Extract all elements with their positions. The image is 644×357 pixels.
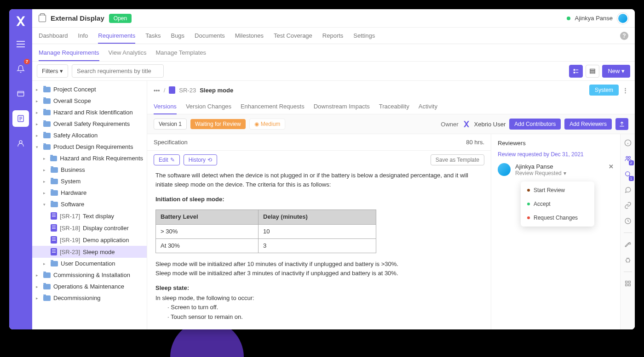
tree-folder-row[interactable]: ▸Operations & Maintenance — [32, 281, 147, 292]
rail-people-icon[interactable] — [12, 135, 29, 152]
tab-settings[interactable]: Settings — [353, 28, 375, 43]
subtab-manage-templates[interactable]: Manage Templates — [155, 45, 206, 60]
chevron-icon[interactable]: ▸ — [36, 122, 40, 126]
subtab-view-analytics[interactable]: View Analytics — [109, 45, 147, 60]
tab-info[interactable]: Info — [78, 28, 88, 43]
chevron-icon[interactable]: ▸ — [43, 168, 48, 172]
tree-doc-row[interactable]: [SR-23]Sleep mode — [32, 246, 147, 258]
dtab-versions[interactable]: Versions — [154, 99, 177, 114]
tree-folder-row[interactable]: ▸Safety Allocation — [32, 130, 147, 141]
tab-documents[interactable]: Documents — [195, 28, 225, 43]
edit-button[interactable]: Edit ✎ — [154, 154, 180, 165]
remove-reviewer-icon[interactable]: ✕ — [609, 163, 614, 170]
save-template-button[interactable]: Save as Template — [431, 154, 484, 165]
view-tree-icon[interactable] — [569, 65, 583, 78]
review-status-chip[interactable]: Waiting for Review — [190, 119, 246, 129]
tree-folder-row[interactable]: ▸Business — [32, 164, 147, 176]
chevron-icon[interactable]: ▾ — [36, 145, 40, 149]
people-rail-icon[interactable]: 2 — [624, 154, 632, 163]
tree-folder-row[interactable]: ▸User Documentation — [32, 258, 147, 269]
project-icon — [39, 15, 46, 22]
grid-rail-icon[interactable] — [624, 279, 632, 288]
topbar: External Display Open Ajinkya Panse — [32, 9, 635, 28]
tab-tasks[interactable]: Tasks — [145, 28, 161, 43]
user-avatar[interactable] — [617, 13, 628, 24]
tree-folder-row[interactable]: ▸System — [32, 176, 147, 187]
rail-menu-icon[interactable] — [12, 36, 29, 52]
tree-doc-row[interactable]: [SR-17]Text display — [32, 210, 147, 222]
dtab-traceability[interactable]: Traceability — [379, 99, 409, 114]
wrench-rail-icon[interactable] — [624, 240, 632, 249]
comment-rail-icon[interactable] — [624, 186, 632, 194]
tab-reports[interactable]: Reports — [322, 28, 344, 43]
chevron-icon[interactable]: ▸ — [43, 261, 48, 266]
search-rail-icon[interactable]: 1 — [624, 170, 632, 178]
svg-point-11 — [625, 172, 629, 176]
link-rail-icon[interactable] — [624, 201, 632, 210]
menu-start-review[interactable]: Start Review — [521, 183, 594, 197]
tab-test-coverage[interactable]: Test Coverage — [274, 28, 312, 43]
tree-folder-row[interactable]: ▸Hazard and Risk Requirements — [32, 153, 147, 164]
rail-requirements-icon[interactable] — [12, 110, 29, 127]
dtab-downstream-impacts[interactable]: Downstream Impacts — [314, 99, 370, 114]
tree-folder-row[interactable]: ▸Hardware — [32, 187, 147, 198]
chevron-icon[interactable]: ▸ — [36, 284, 40, 289]
dtab-activity[interactable]: Activity — [419, 99, 437, 114]
chevron-icon[interactable]: ▸ — [43, 156, 47, 161]
chevron-icon[interactable]: ▸ — [43, 191, 48, 195]
chevron-icon[interactable]: ▸ — [36, 87, 40, 92]
tab-requirements[interactable]: Requirements — [98, 28, 135, 44]
tree-folder-row[interactable]: ▸Overall Scope — [32, 95, 147, 107]
history-button[interactable]: History ⟲ — [184, 154, 217, 165]
system-button[interactable]: System — [589, 85, 619, 96]
chevron-icon[interactable]: ▸ — [36, 273, 40, 278]
filters-button[interactable]: Filters ▾ — [37, 64, 68, 78]
rail-notifications[interactable]: 7 — [12, 61, 29, 77]
tab-bugs[interactable]: Bugs — [171, 28, 184, 43]
tree-folder-row[interactable]: ▸Hazard and Risk Identification — [32, 107, 147, 118]
clock-rail-icon[interactable] — [624, 217, 632, 225]
reviewer-status-dropdown[interactable]: Review Requested ▾ — [515, 170, 566, 176]
toolbar: Filters ▾ New ▾ — [32, 62, 635, 81]
chevron-icon[interactable]: ▸ — [36, 296, 40, 300]
chevron-icon[interactable]: ▸ — [36, 133, 40, 138]
bug-rail-icon[interactable] — [624, 256, 632, 264]
dtab-version-changes[interactable]: Version Changes — [186, 99, 231, 114]
rail-boards-icon[interactable] — [12, 85, 29, 102]
help-icon[interactable]: ? — [620, 32, 628, 40]
tree-folder-row[interactable]: ▸Decommissioning — [32, 292, 147, 304]
new-button[interactable]: New ▾ — [602, 65, 630, 78]
search-input[interactable] — [72, 64, 164, 78]
tab-milestones[interactable]: Milestones — [235, 28, 264, 43]
tree-folder-row[interactable]: ▸Project Concept — [32, 84, 147, 95]
tree-folder-row[interactable]: ▾Product Design Requirements — [32, 141, 147, 153]
add-contributors-button[interactable]: Add Contributors — [509, 119, 561, 130]
view-list-icon[interactable] — [586, 65, 599, 78]
add-reviewers-button[interactable]: Add Reviewers — [564, 119, 612, 130]
tree-doc-id: [SR-17] — [60, 213, 80, 220]
chevron-icon[interactable]: ▸ — [36, 110, 40, 115]
chevron-icon[interactable]: ▾ — [43, 202, 48, 207]
breadcrumb-more-icon[interactable]: ••• — [154, 87, 160, 94]
tree-label: Project Concept — [53, 86, 96, 93]
menu-accept[interactable]: Accept — [521, 197, 594, 211]
tree-folder-row[interactable]: ▾Software — [32, 198, 147, 210]
chevron-icon[interactable]: ▸ — [43, 179, 48, 184]
more-vertical-icon[interactable]: ⋮ — [622, 87, 628, 94]
chevron-icon[interactable]: ▸ — [36, 99, 40, 103]
priority-chip[interactable]: Medium — [249, 119, 286, 130]
dtab-enhancement-requests[interactable]: Enhancement Requests — [241, 99, 305, 114]
tree-label: Operations & Maintenance — [53, 283, 124, 290]
info-icon[interactable] — [624, 139, 632, 147]
tree-folder-row[interactable]: ▸Commissioning & Installation — [32, 269, 147, 281]
tree-label: Hazard and Risk Requirements — [60, 155, 143, 162]
tree-doc-row[interactable]: [SR-19]Demo application — [32, 234, 147, 246]
share-button[interactable] — [615, 118, 628, 130]
menu-request-changes[interactable]: Request Changes — [521, 211, 594, 225]
tree-doc-row[interactable]: [SR-18]Display controller — [32, 222, 147, 234]
subtab-manage-requirements[interactable]: Manage Requirements — [39, 45, 99, 61]
tree-folder-row[interactable]: ▸Overall Safety Requirements — [32, 118, 147, 130]
project-status-pill[interactable]: Open — [109, 14, 132, 23]
tab-dashboard[interactable]: Dashboard — [39, 28, 68, 43]
version-chip[interactable]: Version 1 — [154, 119, 187, 130]
